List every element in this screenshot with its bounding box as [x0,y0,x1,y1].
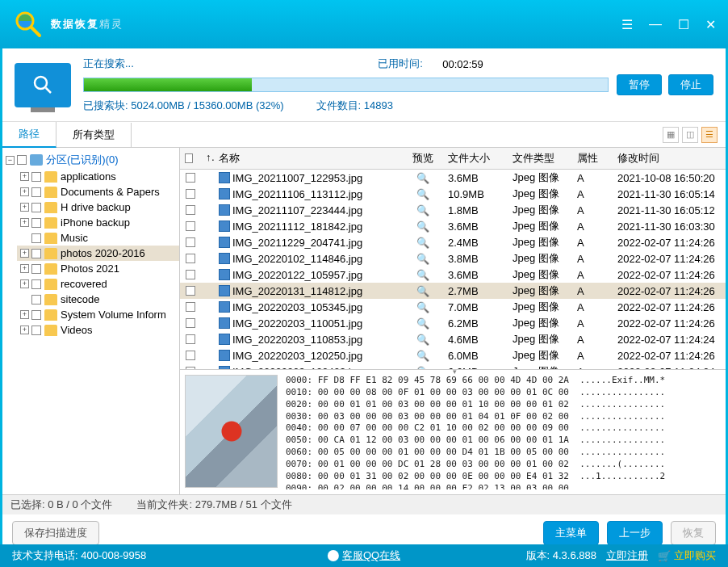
file-row[interactable]: IMG_20211229_204741.jpg🔍2.4MBJpeg 图像A202… [180,234,726,250]
preview-icon[interactable]: 🔍 [416,253,429,265]
preview-icon[interactable]: 🔍 [416,334,429,346]
tree-checkbox[interactable] [17,155,27,165]
file-row[interactable]: IMG_20211112_181842.jpg🔍3.6MBJpeg 图像A202… [180,218,726,234]
file-checkbox[interactable] [186,173,195,183]
main-menu-button[interactable]: 主菜单 [543,521,599,545]
col-name[interactable]: 名称 [214,151,403,166]
close-button[interactable]: ✕ [705,17,716,32]
recover-button[interactable]: 恢复 [671,521,716,545]
file-row[interactable]: IMG_20211007_122953.jpg🔍3.6MBJpeg 图像A202… [180,170,726,186]
file-checkbox[interactable] [186,237,195,247]
expand-icon[interactable]: + [20,218,29,227]
file-checkbox[interactable] [186,221,195,231]
preview-icon[interactable]: 🔍 [416,269,429,281]
file-list-body[interactable]: IMG_20211007_122953.jpg🔍3.6MBJpeg 图像A202… [180,170,726,369]
folder-tree[interactable]: − 分区(已识别)(0) +applications+Documents & P… [2,148,180,494]
preview-icon[interactable]: 🔍 [416,204,429,216]
tree-checkbox[interactable] [31,218,41,228]
file-checkbox[interactable] [186,351,195,360]
tree-item[interactable]: +iPhone backup [17,215,179,230]
file-checkbox[interactable] [186,286,195,296]
tree-item[interactable]: +photos 2020-2016 [17,246,179,261]
menu-button[interactable]: ☰ [621,17,633,32]
tree-item[interactable]: +Photos 2021 [17,261,179,276]
file-mtime: 2022-02-07 11:24:26 [613,317,726,330]
tab-alltypes[interactable]: 所有类型 [56,123,132,147]
tree-checkbox[interactable] [31,203,41,212]
preview-icon[interactable]: 🔍 [416,220,429,233]
file-row[interactable]: IMG_20220203_120250.jpg🔍6.0MBJpeg 图像A202… [180,347,726,363]
tree-item[interactable]: Music [17,230,179,246]
file-checkbox[interactable] [186,205,195,215]
tree-item[interactable]: +H drive backup [17,200,179,215]
minimize-button[interactable]: — [649,17,662,32]
pause-button[interactable]: 暂停 [617,74,662,95]
col-preview[interactable]: 预览 [403,151,443,166]
preview-icon[interactable]: 🔍 [416,350,429,362]
view-thumb-icon[interactable]: ◫ [682,127,698,143]
preview-icon[interactable]: 🔍 [416,188,429,200]
col-size[interactable]: 文件大小 [443,151,508,166]
col-mtime[interactable]: 修改时间 [613,151,726,166]
file-checkbox[interactable] [186,318,195,328]
tree-item[interactable]: sitecode [17,292,179,307]
tree-checkbox[interactable] [31,295,41,304]
file-row[interactable]: IMG_20220203_110853.jpg🔍4.6MBJpeg 图像A202… [180,331,726,347]
tree-checkbox[interactable] [31,172,41,182]
tree-checkbox[interactable] [31,310,41,320]
tree-checkbox[interactable] [31,233,41,243]
col-type[interactable]: 文件类型 [508,151,572,166]
monitor-icon [15,63,71,107]
tree-checkbox[interactable] [31,249,41,258]
tab-path[interactable]: 路径 [2,122,56,148]
sort-arrow-icon[interactable]: ↑ [201,151,214,166]
file-row[interactable]: IMG_20220203_110051.jpg🔍6.2MBJpeg 图像A202… [180,315,726,331]
file-checkbox[interactable] [186,334,195,344]
prev-button[interactable]: 上一步 [607,521,663,545]
view-list-icon[interactable]: ☰ [701,127,718,143]
expand-icon[interactable]: + [20,310,29,319]
save-progress-button[interactable]: 保存扫描进度 [12,521,99,545]
maximize-button[interactable]: ☐ [678,17,689,32]
preview-icon[interactable]: 🔍 [416,172,429,184]
file-row[interactable]: IMG_20220102_114846.jpg🔍3.8MBJpeg 图像A202… [180,250,726,267]
file-row[interactable]: IMG_20220203_105345.jpg🔍7.0MBJpeg 图像A202… [180,299,726,315]
expand-icon[interactable]: + [20,326,29,334]
buy-link[interactable]: 🛒 立即购买 [658,548,716,563]
expand-icon[interactable]: − [6,156,15,165]
register-link[interactable]: 立即注册 [606,548,648,563]
file-row[interactable]: IMG_20220131_114812.jpg🔍2.7MBJpeg 图像A202… [180,283,726,299]
tree-item[interactable]: +Videos [17,322,179,338]
tree-checkbox[interactable] [31,326,41,335]
tree-item[interactable]: +applications [17,169,179,184]
header-checkbox[interactable] [185,153,193,163]
file-checkbox[interactable] [186,254,195,263]
stop-button[interactable]: 停止 [668,74,713,95]
file-checkbox[interactable] [186,189,195,199]
preview-icon[interactable]: 🔍 [416,301,429,313]
qq-support[interactable]: 客服QQ在线 [328,548,400,563]
expand-icon[interactable]: + [20,264,29,273]
expand-icon[interactable]: + [20,203,29,212]
col-attr[interactable]: 属性 [572,151,613,166]
expand-icon[interactable]: + [20,172,29,181]
tree-item[interactable]: +System Volume Inform [17,307,179,322]
file-row[interactable]: IMG_20211106_113112.jpg🔍10.9MBJpeg 图像A20… [180,186,726,202]
tree-item[interactable]: +recovered [17,276,179,292]
preview-icon[interactable]: 🔍 [416,317,429,330]
tree-checkbox[interactable] [31,187,41,197]
tree-item[interactable]: +Documents & Papers [17,184,179,200]
expand-icon[interactable]: + [20,279,29,288]
tree-checkbox[interactable] [31,279,41,289]
preview-icon[interactable]: 🔍 [416,237,429,249]
file-row[interactable]: IMG_20211107_223444.jpg🔍1.8MBJpeg 图像A202… [180,202,726,218]
expand-icon[interactable]: + [20,187,29,196]
file-checkbox[interactable] [186,302,195,312]
file-checkbox[interactable] [186,270,195,279]
expand-icon[interactable]: + [20,249,29,258]
preview-icon[interactable]: 🔍 [416,285,429,297]
file-row[interactable]: IMG_20220122_105957.jpg🔍3.6MBJpeg 图像A202… [180,267,726,283]
tree-root[interactable]: − 分区(已识别)(0) [2,151,179,169]
view-grid-icon[interactable]: ▦ [663,127,679,143]
tree-checkbox[interactable] [31,264,41,274]
